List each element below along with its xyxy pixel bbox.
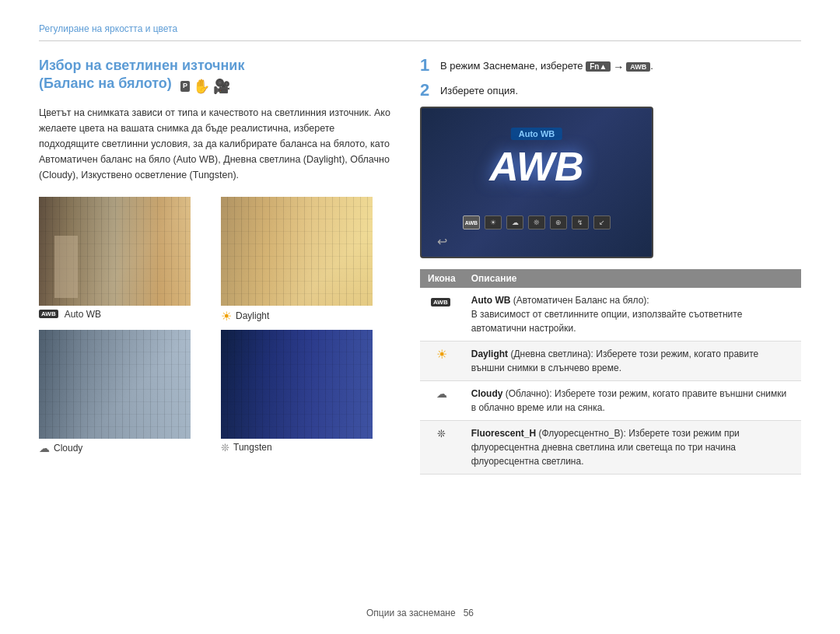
cam-icon-sun[interactable]: ☀ [485, 215, 502, 229]
description: Цветът на снимката зависи от типа и каче… [39, 105, 397, 183]
photo-daylight [221, 197, 373, 306]
table-icon-cloudy: ☁ [420, 381, 464, 421]
step-2-number: 2 [420, 82, 434, 99]
table-icon-fluorescent: ❊ [420, 421, 464, 475]
arrow-icon: → [613, 61, 624, 73]
fn-controls: Fn▲ → AWB [586, 61, 650, 73]
table-desc-fluorescent: Fluorescent_H (Флуоресцентно_В): Изберет… [464, 421, 801, 475]
step-2-text: Изберете опция. [440, 82, 518, 96]
breadcrumb: Регулиране на яркостта и цвета [39, 23, 801, 41]
sun-icon: ☀ [221, 309, 232, 324]
tungsten-icon: ❊ [221, 442, 229, 454]
footer-text: Опции за заснемане [366, 608, 456, 618]
table-row-daylight: ☀ Daylight (Дневна светлина): Изберете т… [420, 342, 801, 381]
cam-icon-custom[interactable]: ↙ [593, 215, 611, 229]
photo-tungsten [221, 330, 373, 439]
footer: Опции за заснемане 56 [39, 608, 801, 618]
cam-icon-cloud[interactable]: ☁ [506, 215, 523, 229]
photo-label-tungsten: ❊ Tungsten [221, 442, 397, 454]
cam-icon-flash[interactable]: ↯ [572, 215, 589, 229]
photo-cell-autowb: AWB Auto WB [39, 197, 215, 324]
right-column: 1 В режим Заснемане, изберете Fn▲ → AWB … [420, 57, 801, 596]
video-mode-icon: ✋ [193, 78, 210, 96]
footer-page: 56 [464, 608, 474, 618]
cam-icon-shade[interactable]: ⊕ [550, 215, 567, 229]
table-desc-daylight: Daylight (Дневна светлина): Изберете тоз… [464, 342, 801, 381]
photo-cell-cloudy: ☁ Cloudy [39, 330, 215, 457]
awb-label: Auto WB [511, 128, 562, 140]
photo-label-autowb: AWB Auto WB [39, 309, 215, 320]
mode-icons: P ✋ 🎥 [180, 78, 230, 96]
step-2: 2 Изберете опция. [420, 82, 801, 99]
photo-autowb [39, 197, 191, 306]
step-1-text: В режим Заснемане, изберете Fn▲ → AWB . [440, 57, 653, 73]
table-desc-cloudy: Cloudy (Облачно): Изберете този режим, к… [464, 381, 801, 421]
table-header-icon: Икона [420, 269, 464, 288]
table-row-fluorescent: ❊ Fluorescent_H (Флуоресцентно_В): Избер… [420, 421, 801, 475]
photo-label-cloudy: ☁ Cloudy [39, 442, 215, 454]
back-icon[interactable]: ↩ [437, 234, 447, 249]
awb-display: AWB [489, 143, 583, 190]
photo-grid: AWB Auto WB ☀ Daylight [39, 197, 397, 457]
cam-icon-fluor[interactable]: ❊ [528, 215, 545, 229]
section-title: Избор на светлинен източник (Баланс на б… [39, 57, 397, 96]
fn-button: Fn▲ [586, 61, 611, 72]
table-icon-daylight: ☀ [420, 342, 464, 381]
camera-icons-row: AWB ☀ ☁ ❊ ⊕ ↯ ↙ [463, 215, 611, 229]
step-1-number: 1 [420, 57, 434, 74]
step-1: 1 В режим Заснемане, изберете Fn▲ → AWB … [420, 57, 801, 74]
photo-label-daylight: ☀ Daylight [221, 309, 397, 324]
autowb-icon: AWB [39, 310, 58, 318]
table-row-autowb: AWB Auto WB (Автоматичен Баланс на бяло)… [420, 288, 801, 342]
options-table: Икона Описание AWB Auto WB (Автоматичен … [420, 269, 801, 475]
cam-icon-awb[interactable]: AWB [463, 215, 480, 229]
photo-cloudy [39, 330, 191, 439]
photo-mode-icon: P [180, 81, 190, 92]
breadcrumb-text: Регулиране на яркостта и цвета [39, 23, 177, 34]
wb-button: AWB [626, 62, 650, 72]
table-row-cloudy: ☁ Cloudy (Облачно): Изберете този режим,… [420, 381, 801, 421]
cam-mode-icon: 🎥 [213, 78, 230, 96]
camera-ui: Auto WB AWB AWB ☀ ☁ ❊ ⊕ ↯ ↙ ↩ [420, 107, 653, 258]
left-column: Избор на светлинен източник (Баланс на б… [39, 57, 397, 596]
photo-cell-tungsten: ❊ Tungsten [221, 330, 397, 457]
table-icon-autowb: AWB [420, 288, 464, 342]
photo-cell-daylight: ☀ Daylight [221, 197, 397, 324]
table-desc-autowb: Auto WB (Автоматичен Баланс на бяло): В … [464, 288, 801, 342]
cloud-icon: ☁ [39, 442, 50, 454]
table-header-desc: Описание [464, 269, 801, 288]
